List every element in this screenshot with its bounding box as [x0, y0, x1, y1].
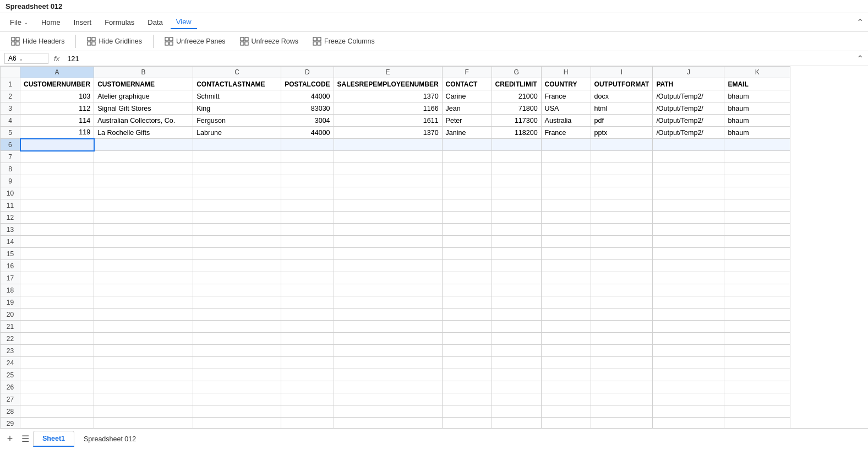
- row-header-23: 23: [1, 345, 20, 357]
- cell-j6[interactable]: [653, 139, 724, 151]
- col-header-a[interactable]: A: [20, 67, 94, 78]
- cell-c1[interactable]: CONTACTLASTNAME: [193, 78, 281, 90]
- cell-h3[interactable]: USA: [541, 102, 591, 115]
- cell-f2[interactable]: Carine: [442, 90, 492, 102]
- cell-e2[interactable]: 1370: [334, 90, 442, 102]
- menu-insert[interactable]: Insert: [68, 16, 97, 29]
- cell-k3[interactable]: bhaum: [724, 102, 790, 115]
- cell-a2[interactable]: 103: [20, 90, 94, 102]
- col-header-h[interactable]: H: [541, 67, 591, 78]
- cell-d3[interactable]: 83030: [281, 102, 334, 115]
- cell-d1[interactable]: POSTALCODE: [281, 78, 334, 90]
- cell-b3[interactable]: Signal Gift Stores: [94, 102, 193, 115]
- cell-i2[interactable]: docx: [591, 90, 653, 102]
- cell-k4[interactable]: bhaum: [724, 115, 790, 127]
- formula-expand-icon[interactable]: ⌃: [856, 53, 864, 64]
- unfreeze-rows-button[interactable]: Unfreeze Rows: [234, 35, 304, 48]
- cell-c3[interactable]: King: [193, 102, 281, 115]
- col-header-c[interactable]: C: [193, 67, 281, 78]
- unfreeze-panes-button[interactable]: Unfreeze Panes: [159, 35, 231, 48]
- cell-b6[interactable]: [94, 139, 193, 151]
- col-header-g[interactable]: G: [492, 67, 541, 78]
- cell-d4[interactable]: 3004: [281, 115, 334, 127]
- menu-data[interactable]: Data: [142, 16, 168, 29]
- add-sheet-button[interactable]: +: [2, 431, 18, 447]
- menu-file[interactable]: File ⌄: [4, 16, 34, 29]
- cell-g6[interactable]: [492, 139, 541, 151]
- cell-e1[interactable]: SALESREPEMPLOYEENUMBER: [334, 78, 442, 90]
- cell-e6[interactable]: [334, 139, 442, 151]
- cell-j2[interactable]: /Output/Temp2/: [653, 90, 724, 102]
- cell-a3[interactable]: 112: [20, 102, 94, 115]
- sheet-menu-button[interactable]: ☰: [18, 431, 33, 447]
- col-header-i[interactable]: I: [591, 67, 653, 78]
- cell-f5[interactable]: Janine: [442, 127, 492, 139]
- col-header-e[interactable]: E: [334, 67, 442, 78]
- cell-a4[interactable]: 114: [20, 115, 94, 127]
- cell-g5[interactable]: 118200: [492, 127, 541, 139]
- menu-view[interactable]: View: [171, 15, 197, 29]
- cell-k2[interactable]: bhaum: [724, 90, 790, 102]
- cell-i4[interactable]: pdf: [591, 115, 653, 127]
- cell-d6[interactable]: [281, 139, 334, 151]
- cell-d5[interactable]: 44000: [281, 127, 334, 139]
- col-header-f[interactable]: F: [442, 67, 492, 78]
- sheet-tab-sheet1[interactable]: Sheet1: [33, 431, 74, 447]
- cell-b5[interactable]: La Rochelle Gifts: [94, 127, 193, 139]
- cell-i3[interactable]: html: [591, 102, 653, 115]
- cell-i1[interactable]: OUTPUTFORMAT: [591, 78, 653, 90]
- cell-c2[interactable]: Schmitt: [193, 90, 281, 102]
- cell-reference[interactable]: A6 ⌄: [4, 53, 48, 64]
- cell-f3[interactable]: Jean: [442, 102, 492, 115]
- menu-home[interactable]: Home: [36, 16, 66, 29]
- cell-b1[interactable]: CUSTOMERNAME: [94, 78, 193, 90]
- cell-h4[interactable]: Australia: [541, 115, 591, 127]
- cell-b2[interactable]: Atelier graphique: [94, 90, 193, 102]
- cell-h2[interactable]: France: [541, 90, 591, 102]
- cell-i5[interactable]: pptx: [591, 127, 653, 139]
- cell-k6[interactable]: [724, 139, 790, 151]
- col-header-d[interactable]: D: [281, 67, 334, 78]
- sheet-tab-spreadsheet012[interactable]: Spreadsheet 012: [74, 431, 145, 447]
- cell-g1[interactable]: CREDITLIMIT: [492, 78, 541, 90]
- formula-input[interactable]: [65, 53, 853, 64]
- cell-a1[interactable]: CUSTOMERNUMBER: [20, 78, 94, 90]
- cell-e4[interactable]: 1611: [334, 115, 442, 127]
- cell-e5[interactable]: 1370: [334, 127, 442, 139]
- hide-gridlines-button[interactable]: Hide Gridlines: [81, 35, 148, 48]
- cell-j4[interactable]: /Output/Temp2/: [653, 115, 724, 127]
- cell-j5[interactable]: /Output/Temp2/: [653, 127, 724, 139]
- menu-formulas[interactable]: Formulas: [99, 16, 140, 29]
- cell-g2[interactable]: 21000: [492, 90, 541, 102]
- cell-c6[interactable]: [193, 139, 281, 151]
- cell-f1[interactable]: CONTACT: [442, 78, 492, 90]
- cell-f4[interactable]: Peter: [442, 115, 492, 127]
- menu-collapse-icon[interactable]: ⌃: [856, 17, 864, 28]
- freeze-columns-button[interactable]: Freeze Columns: [307, 35, 380, 48]
- cell-b4[interactable]: Australian Collectors, Co.: [94, 115, 193, 127]
- hide-headers-button[interactable]: Hide Headers: [6, 35, 70, 48]
- cell-e3[interactable]: 1166: [334, 102, 442, 115]
- col-header-j[interactable]: J: [653, 67, 724, 78]
- cell-g4[interactable]: 117300: [492, 115, 541, 127]
- row-header-25: 25: [1, 369, 20, 381]
- cell-k1[interactable]: EMAIL: [724, 78, 790, 90]
- cell-c4[interactable]: Ferguson: [193, 115, 281, 127]
- cell-k5[interactable]: bhaum: [724, 127, 790, 139]
- cell-d2[interactable]: 44000: [281, 90, 334, 102]
- svg-rect-1: [16, 37, 19, 41]
- cell-c5[interactable]: Labrune: [193, 127, 281, 139]
- col-header-b[interactable]: B: [94, 67, 193, 78]
- cell-j3[interactable]: /Output/Temp2/: [653, 102, 724, 115]
- col-header-k[interactable]: K: [724, 67, 790, 78]
- cell-h5[interactable]: France: [541, 127, 591, 139]
- cell-h1[interactable]: COUNTRY: [541, 78, 591, 90]
- cell-a5[interactable]: 119: [20, 127, 94, 139]
- grid-wrapper[interactable]: A B C D E F G H I J K 1 CUSTOMERNUMBER: [0, 66, 868, 428]
- cell-i6[interactable]: [591, 139, 653, 151]
- cell-j1[interactable]: PATH: [653, 78, 724, 90]
- cell-h6[interactable]: [541, 139, 591, 151]
- cell-g3[interactable]: 71800: [492, 102, 541, 115]
- cell-f6[interactable]: [442, 139, 492, 151]
- cell-a6[interactable]: [20, 139, 94, 151]
